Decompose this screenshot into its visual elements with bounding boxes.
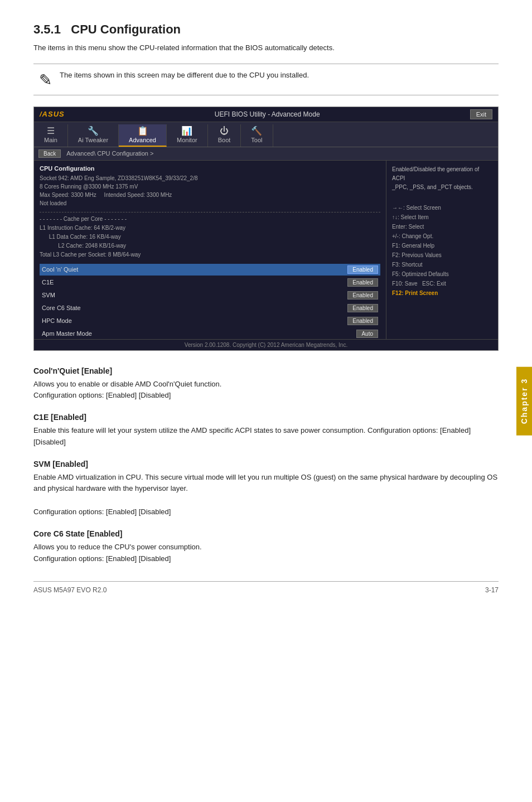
bios-right-panel: Enabled/Disabled the generation of ACPI_… [386, 161, 498, 339]
bios-l2-cache: L2 Cache: 2048 KB/16-way [40, 241, 380, 250]
doc-section-cool-n-quiet-title: Cool'n'Quiet [Enable] [33, 366, 499, 375]
bios-option-apm-label: Apm Master Mode [42, 330, 92, 337]
note-box: ✎ The items shown in this screen may be … [33, 64, 499, 95]
bios-screenshot: /ASUS UEFI BIOS Utility - Advanced Mode … [33, 107, 499, 351]
bios-back-button[interactable]: Back [38, 149, 61, 158]
shortcut-enter: Enter: Select [392, 222, 492, 231]
bios-cpu-section-title: CPU Configuration [40, 165, 380, 172]
bios-exit-button[interactable]: Exit [470, 109, 492, 119]
bios-option-core-c6[interactable]: Core C6 State Enabled [40, 302, 380, 314]
doc-section-core-c6: Core C6 State [Enabled] Allows you to re… [33, 529, 499, 565]
bios-option-c1e-label: C1E [42, 279, 54, 286]
bios-tab-tool-label: Tool [251, 137, 262, 143]
doc-section-core-c6-body: Allows you to reduce the CPU's power con… [33, 542, 499, 565]
section-description: The items in this menu show the CPU-rela… [33, 42, 499, 54]
bios-option-apm-value: Auto [356, 330, 378, 338]
bios-left-panel: CPU Configuration Socket 942: AMD Eng Sa… [34, 161, 386, 339]
doc-section-cool-n-quiet: Cool'n'Quiet [Enable] Allows you to enab… [33, 366, 499, 402]
chapter-sidebar: Chapter 3 [516, 367, 532, 436]
section-title-text: CPU Configuration [71, 22, 181, 36]
bios-footer-text: Version 2.00.1208. Copyright (C) 2012 Am… [185, 342, 347, 348]
bios-option-cool-n-quiet[interactable]: Cool 'n' Quiet Enabled [40, 264, 380, 276]
bios-tab-monitor[interactable]: 📊 Monitor [167, 124, 208, 147]
bios-tab-boot-icon: ⏻ [220, 127, 229, 136]
bios-option-svm-value: Enabled [347, 291, 378, 299]
shortcut-f12: F12: Print Screen [392, 288, 492, 298]
bios-cache-header: - - - - - - - Cache per Core - - - - - -… [40, 215, 380, 224]
bios-keyboard-shortcuts: →←: Select Screen ↑↓: Select Item Enter:… [392, 203, 492, 298]
bios-tab-tool-icon: 🔨 [251, 127, 262, 136]
bios-cpu-detail-1: Socket 942: AMD Eng Sample, ZD338251W8K5… [40, 174, 380, 182]
bios-right-description: Enabled/Disabled the generation of ACPI_… [392, 165, 492, 192]
chapter-label: Chapter 3 [520, 378, 529, 424]
section-heading: 3.5.1 CPU Configuration The items in thi… [33, 22, 499, 54]
bios-window-title: UEFI BIOS Utility - Advanced Mode [215, 110, 320, 118]
doc-section-svm-body: Enable AMD virtualization in CPU. This s… [33, 472, 499, 518]
bios-footer: Version 2.00.1208. Copyright (C) 2012 Am… [34, 339, 498, 350]
bios-breadcrumb-path: Advanced\ CPU Configuration > [66, 150, 153, 157]
bios-tab-boot-label: Boot [218, 137, 231, 143]
doc-section-cool-n-quiet-body: Allows you to enable or disable AMD Cool… [33, 379, 499, 402]
section-number: 3.5.1 [33, 22, 61, 36]
bios-cpu-detail-3: Max Speed: 3300 MHz Intended Speed: 3300… [40, 191, 380, 199]
bios-option-cool-n-quiet-value: Enabled [347, 265, 378, 274]
bios-option-c1e-value: Enabled [347, 278, 378, 287]
page-footer: ASUS M5A97 EVO R2.0 3-17 [33, 581, 499, 594]
bios-tab-monitor-label: Monitor [177, 137, 197, 143]
doc-section-core-c6-title: Core C6 State [Enabled] [33, 529, 499, 538]
doc-section-svm: SVM [Enabled] Enable AMD virtualization … [33, 460, 499, 518]
bios-tab-main-icon: ☰ [47, 127, 55, 136]
footer-left: ASUS M5A97 EVO R2.0 [33, 586, 107, 594]
footer-right: 3-17 [485, 586, 499, 594]
bios-l1i-cache: L1 Instruction Cache: 64 KB/2-way [40, 224, 380, 233]
bios-cpu-info: CPU Configuration Socket 942: AMD Eng Sa… [40, 165, 380, 207]
bios-cpu-detail-2: 8 Cores Running @3300 MHz 1375 mV [40, 182, 380, 191]
bios-tab-advanced-icon: 📋 [137, 127, 148, 136]
doc-section-c1e-title: C1E [Enabled] [33, 413, 499, 422]
bios-tab-tool[interactable]: 🔨 Tool [241, 124, 273, 147]
note-icon: ✎ [39, 71, 52, 89]
bios-tabs: ☰ Main 🔧 Ai Tweaker 📋 Advanced 📊 Monitor… [34, 122, 498, 147]
bios-tab-ai-tweaker-label: Ai Tweaker [78, 137, 108, 143]
bios-l1d-cache: L1 Data Cache: 16 KB/4-way [40, 233, 380, 241]
bios-option-hpc[interactable]: HPC Mode Enabled [40, 315, 380, 327]
bios-tab-advanced[interactable]: 📋 Advanced [119, 124, 167, 147]
shortcut-f1: F1: General Help [392, 241, 492, 250]
bios-l3-cache: Total L3 Cache per Socket: 8 MB/64-way [40, 250, 380, 259]
doc-section-c1e-body: Enable this feature will let your system… [33, 425, 499, 448]
bios-tab-advanced-label: Advanced [129, 137, 156, 143]
doc-section-svm-title: SVM [Enabled] [33, 460, 499, 468]
bios-option-cool-n-quiet-label: Cool 'n' Quiet [42, 266, 78, 273]
shortcut-f5: F5: Optimized Defaults [392, 269, 492, 279]
bios-option-svm-label: SVM [42, 292, 55, 298]
shortcut-change-opt: +/-: Change Opt. [392, 231, 492, 241]
shortcut-select-item: ↑↓: Select Item [392, 212, 492, 222]
bios-cpu-detail-4: Not loaded [40, 199, 380, 207]
bios-tab-ai-tweaker[interactable]: 🔧 Ai Tweaker [68, 124, 119, 147]
bios-tab-monitor-icon: 📊 [181, 127, 192, 136]
bios-option-c1e[interactable]: C1E Enabled [40, 277, 380, 288]
bios-option-core-c6-value: Enabled [347, 304, 378, 312]
bios-breadcrumb: Back Advanced\ CPU Configuration > [34, 147, 498, 161]
bios-tab-boot[interactable]: ⏻ Boot [208, 124, 241, 147]
bios-tab-main[interactable]: ☰ Main [34, 124, 68, 147]
bios-option-hpc-label: HPC Mode [42, 317, 72, 324]
note-text: The items shown in this screen may be di… [60, 70, 309, 81]
bios-tab-main-label: Main [44, 137, 57, 143]
bios-tab-ai-tweaker-icon: 🔧 [88, 127, 99, 136]
bios-option-hpc-value: Enabled [347, 317, 378, 325]
bios-option-core-c6-label: Core C6 State [42, 305, 81, 311]
doc-section-c1e: C1E [Enabled] Enable this feature will l… [33, 413, 499, 448]
shortcut-f2: F2: Previous Values [392, 250, 492, 260]
bios-option-apm[interactable]: Apm Master Mode Auto [40, 328, 380, 339]
shortcut-select-screen: →←: Select Screen [392, 203, 492, 212]
bios-main-area: CPU Configuration Socket 942: AMD Eng Sa… [34, 161, 498, 339]
bios-option-svm[interactable]: SVM Enabled [40, 289, 380, 301]
bios-header: /ASUS UEFI BIOS Utility - Advanced Mode … [34, 107, 498, 122]
shortcut-f3: F3: Shortcut [392, 260, 492, 269]
bios-cache-info: - - - - - - - Cache per Core - - - - - -… [40, 212, 380, 259]
bios-logo: /ASUS [40, 110, 65, 118]
shortcut-f10: F10: Save ESC: Exit [392, 279, 492, 288]
